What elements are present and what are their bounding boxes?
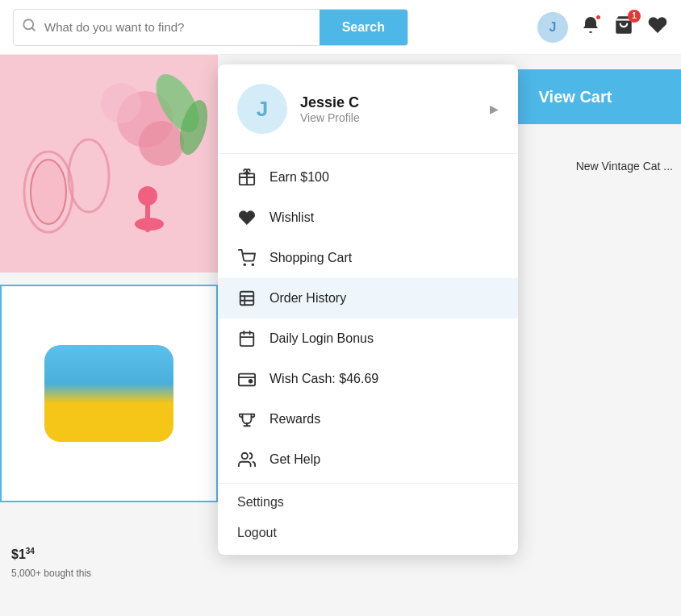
- sponge-visual: [44, 345, 173, 442]
- header-icons: J 1: [537, 12, 668, 43]
- svg-point-18: [244, 264, 245, 265]
- product-image-blue: [0, 285, 218, 502]
- menu-item-shopping-cart[interactable]: Shopping Cart: [218, 238, 518, 278]
- daily-bonus-label: Daily Login Bonus: [269, 331, 499, 346]
- settings-item[interactable]: Settings: [218, 487, 518, 518]
- earn-label: Earn $100: [269, 170, 499, 185]
- menu-item-rewards[interactable]: Rewards: [218, 399, 518, 439]
- menu-item-earn[interactable]: Earn $100: [218, 157, 518, 198]
- svg-point-5: [31, 160, 66, 224]
- svg-rect-24: [240, 333, 254, 347]
- product-image-pink: [0, 55, 218, 273]
- shopping-cart-label: Shopping Cart: [269, 251, 499, 265]
- menu-item-daily-bonus[interactable]: Daily Login Bonus: [218, 318, 518, 359]
- order-history-label: Order History: [269, 291, 499, 306]
- trophy-icon: [237, 410, 257, 429]
- cart-icon: [237, 248, 257, 268]
- wish-cash-label: Wish Cash: $46.69: [269, 372, 499, 386]
- avatar[interactable]: J: [537, 12, 568, 43]
- profile-section[interactable]: J Jessie C View Profile ▶: [218, 65, 518, 150]
- svg-point-30: [242, 453, 248, 459]
- people-icon: [237, 450, 257, 469]
- rewards-label: Rewards: [269, 412, 499, 427]
- profile-arrow-icon: ▶: [490, 102, 499, 115]
- menu-divider-1: [218, 153, 518, 154]
- svg-line-1: [31, 27, 34, 30]
- menu-item-wishlist[interactable]: Wishlist: [218, 198, 518, 238]
- buyers-text: 5,000+ bought this: [11, 568, 91, 616]
- menu-divider-2: [218, 483, 518, 484]
- cart-badge: 1: [628, 10, 641, 23]
- calendar-icon: [237, 329, 257, 348]
- profile-name: Jessie C: [300, 94, 477, 111]
- notification-bell-button[interactable]: [581, 15, 600, 40]
- profile-avatar: J: [237, 84, 287, 134]
- product-label: New Vintage Cat ...: [576, 160, 673, 173]
- view-profile-link[interactable]: View Profile: [300, 111, 477, 124]
- wallet-icon: [237, 369, 257, 389]
- wishlist-heart-button[interactable]: [647, 15, 668, 40]
- svg-point-9: [101, 83, 141, 123]
- svg-point-12: [138, 186, 157, 206]
- dropdown-menu: J Jessie C View Profile ▶ Earn $100 Wish…: [218, 65, 518, 555]
- bell-badge: [595, 14, 602, 21]
- menu-item-wish-cash[interactable]: Wish Cash: $46.69: [218, 359, 518, 399]
- get-help-label: Get Help: [269, 452, 499, 467]
- search-input[interactable]: [44, 20, 320, 34]
- heart-icon: [237, 208, 257, 227]
- svg-rect-20: [240, 292, 254, 306]
- logout-item[interactable]: Logout: [218, 518, 518, 548]
- svg-point-8: [139, 121, 184, 166]
- svg-point-29: [249, 380, 253, 383]
- menu-item-order-history[interactable]: Order History: [218, 278, 518, 318]
- search-button[interactable]: Search: [320, 10, 407, 45]
- profile-info: Jessie C View Profile: [300, 94, 477, 124]
- svg-point-19: [252, 264, 253, 265]
- wishlist-label: Wishlist: [269, 210, 499, 225]
- search-bar: Search: [13, 9, 408, 46]
- svg-rect-28: [239, 374, 255, 386]
- menu-item-get-help[interactable]: Get Help: [218, 439, 518, 480]
- header: Search J 1: [0, 0, 681, 55]
- gift-icon: [237, 168, 257, 187]
- cart-button[interactable]: 1: [613, 15, 634, 40]
- list-icon: [237, 289, 257, 308]
- search-icon: [14, 18, 44, 36]
